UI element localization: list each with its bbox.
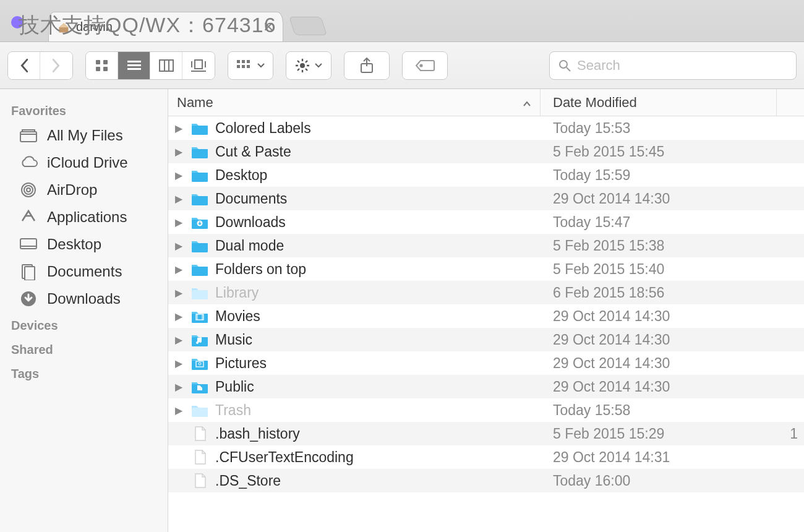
- search-input[interactable]: [577, 58, 787, 74]
- disclosure-triangle-icon[interactable]: ▶: [173, 193, 184, 205]
- svg-rect-19: [247, 65, 250, 68]
- disclosure-triangle-icon[interactable]: ▶: [173, 287, 184, 299]
- svg-rect-40: [192, 267, 208, 276]
- disclosure-triangle-icon[interactable]: ▶: [173, 405, 184, 416]
- file-date: 29 Oct 2014 14:30: [541, 379, 777, 395]
- file-date: 5 Feb 2015 15:45: [541, 144, 777, 160]
- svg-rect-35: [192, 173, 208, 182]
- column-view-button[interactable]: [150, 52, 182, 79]
- file-date: Today 16:00: [541, 473, 777, 489]
- svg-rect-39: [192, 243, 208, 252]
- disclosure-triangle-icon[interactable]: ▶: [173, 334, 184, 346]
- file-row[interactable]: .DS_Store Today 16:00: [168, 469, 804, 492]
- svg-rect-7: [160, 60, 173, 71]
- sidebar-item-applications[interactable]: Applications: [0, 204, 168, 231]
- sidebar-item-label: Documents: [47, 263, 122, 280]
- disclosure-triangle-icon[interactable]: ▶: [173, 358, 184, 369]
- folder-icon: [190, 144, 209, 160]
- sidebar-item-downloads[interactable]: Downloads: [0, 285, 168, 312]
- folder-icon: [190, 120, 209, 136]
- svg-rect-6: [127, 68, 141, 70]
- disclosure-triangle-icon[interactable]: ▶: [173, 311, 184, 322]
- edit-tags-button[interactable]: [403, 52, 447, 79]
- new-tab-button[interactable]: [289, 17, 327, 35]
- sidebar-item-documents[interactable]: Documents: [0, 258, 168, 285]
- file-row[interactable]: ▶ Trash Today 15:58: [168, 398, 804, 422]
- svg-rect-14: [237, 60, 240, 63]
- file-date: 5 Feb 2015 15:40: [541, 261, 777, 278]
- browser-tab-active[interactable]: darwin ✕: [48, 12, 283, 41]
- icon-view-button[interactable]: [86, 52, 118, 79]
- sidebar-section-title: Favorites: [0, 98, 168, 122]
- file-row[interactable]: ▶ Desktop Today 15:59: [168, 163, 804, 187]
- file-row[interactable]: ▶ Library 6 Feb 2015 18:56: [168, 281, 804, 304]
- sidebar-item-all-my-files[interactable]: All My Files: [0, 122, 168, 149]
- column-header-name[interactable]: Name: [168, 89, 541, 116]
- tab-close-button[interactable]: ✕: [263, 19, 274, 35]
- file-name: Folders on top: [215, 261, 306, 278]
- file-row[interactable]: ▶ Pictures 29 Oct 2014 14:30: [168, 351, 804, 375]
- svg-rect-17: [237, 65, 240, 68]
- svg-line-28: [306, 61, 307, 62]
- forward-button[interactable]: [40, 52, 72, 79]
- disclosure-triangle-icon[interactable]: ▶: [173, 381, 184, 393]
- disclosure-triangle-icon[interactable]: ▶: [173, 217, 184, 228]
- file-name: Cut & Paste: [215, 144, 291, 160]
- file-row[interactable]: ▶ Colored Labels Today 15:53: [168, 116, 804, 140]
- column-header-date[interactable]: Date Modified: [541, 89, 777, 116]
- file-row[interactable]: .bash_history 5 Feb 2015 15:29 1: [168, 422, 804, 445]
- file-date: Today 15:59: [541, 167, 777, 184]
- file-name: Movies: [215, 308, 260, 325]
- svg-rect-1: [103, 60, 108, 64]
- file-extra: 1: [777, 426, 804, 442]
- disclosure-triangle-icon[interactable]: ▶: [173, 122, 184, 134]
- list-header: Name Date Modified: [168, 89, 804, 116]
- file-name: Pictures: [215, 355, 267, 372]
- folder-icon: [190, 308, 209, 324]
- disclosure-triangle-icon[interactable]: ▶: [173, 264, 184, 275]
- file-date: 6 Feb 2015 18:56: [541, 285, 777, 301]
- svg-rect-34: [192, 149, 208, 158]
- file-row[interactable]: ▶ Dual mode 5 Feb 2015 15:38: [168, 234, 804, 257]
- svg-rect-41: [192, 290, 208, 299]
- folder-icon: [190, 214, 209, 230]
- content: FavoritesAll My FilesiCloud DriveAirDrop…: [0, 89, 804, 532]
- sidebar-item-icloud[interactable]: iCloud Drive: [0, 149, 168, 176]
- tags-button-group: [402, 51, 448, 80]
- svg-rect-5: [127, 64, 141, 66]
- file-row[interactable]: ▶ Folders on top 5 Feb 2015 15:40: [168, 257, 804, 281]
- file-name: Documents: [215, 191, 287, 207]
- svg-rect-3: [103, 67, 108, 71]
- file-date: 29 Oct 2014 14:30: [541, 308, 777, 325]
- file-row[interactable]: ▶ Documents 29 Oct 2014 14:30: [168, 187, 804, 210]
- search-icon: [558, 59, 571, 72]
- file-row[interactable]: .CFUserTextEncoding 29 Oct 2014 14:31: [168, 445, 804, 469]
- search-field[interactable]: [549, 51, 797, 80]
- file-row[interactable]: ▶ Downloads Today 15:47: [168, 210, 804, 234]
- file-row[interactable]: ▶ Cut & Paste 5 Feb 2015 15:45: [168, 140, 804, 163]
- file-row[interactable]: ▶ Movies 29 Oct 2014 14:30: [168, 304, 804, 328]
- file-row[interactable]: ▶ Public 29 Oct 2014 14:30: [168, 375, 804, 398]
- actions-button[interactable]: [286, 52, 331, 79]
- file-date: 29 Oct 2014 14:31: [541, 449, 777, 466]
- sidebar-item-label: iCloud Drive: [47, 154, 128, 171]
- window-status-dot: [11, 16, 24, 28]
- arrange-button[interactable]: [228, 52, 273, 79]
- svg-rect-0: [96, 60, 100, 64]
- back-button[interactable]: [8, 52, 40, 79]
- disclosure-triangle-icon[interactable]: ▶: [173, 240, 184, 252]
- share-button[interactable]: [344, 52, 389, 79]
- list-view-button[interactable]: [118, 52, 150, 79]
- coverflow-view-button[interactable]: [182, 52, 215, 79]
- file-row[interactable]: ▶ Music 29 Oct 2014 14:30: [168, 328, 804, 351]
- sidebar-item-airdrop[interactable]: AirDrop: [0, 176, 168, 204]
- tab-title: darwin: [76, 20, 257, 34]
- sidebar-item-desktop[interactable]: Desktop: [0, 231, 168, 258]
- disclosure-triangle-icon[interactable]: ▶: [173, 169, 184, 181]
- disclosure-triangle-icon[interactable]: ▶: [173, 146, 184, 158]
- file-date: Today 15:58: [541, 402, 777, 419]
- file-name: Public: [215, 379, 254, 395]
- column-header-name-label: Name: [177, 95, 213, 111]
- actions-button-group: [286, 51, 331, 80]
- file-date: Today 15:47: [541, 214, 777, 231]
